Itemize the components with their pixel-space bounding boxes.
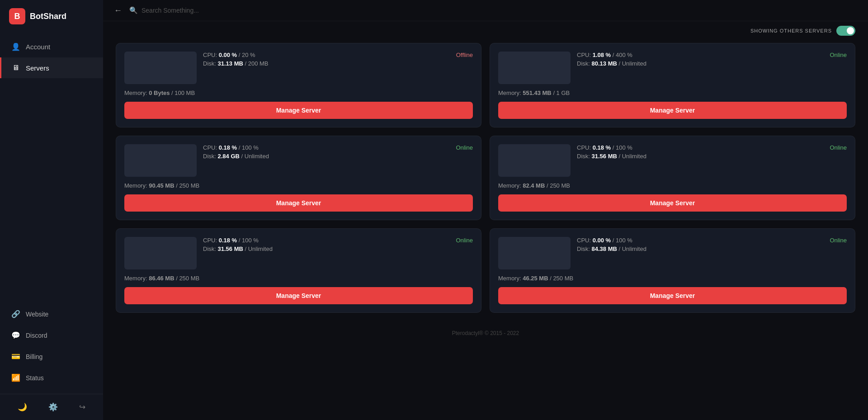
theme-icon[interactable]: 🌙	[15, 400, 30, 415]
website-icon: 🔗	[11, 310, 20, 318]
sidebar-item-website[interactable]: 🔗 Website	[0, 303, 103, 325]
memory-label-4: Memory: 82.4 MB / 250 MB	[498, 182, 570, 189]
card-header-6: CPU: 0.00 % / 100 % Disk: 84.38 MB / Unl…	[498, 237, 847, 269]
server-thumbnail-5	[124, 237, 197, 269]
server-thumbnail-2	[498, 52, 571, 84]
server-thumbnail-4	[498, 144, 571, 177]
card-header-4: CPU: 0.18 % / 100 % Disk: 31.56 MB / Unl…	[498, 144, 847, 177]
disk-row-5: Disk: 31.56 MB / Unlimited	[203, 245, 444, 252]
search-bar[interactable]: 🔍 Search Something...	[129, 6, 199, 14]
cpu-label-3: CPU: 0.18 % / 100 %	[203, 144, 259, 151]
showing-others-toggle[interactable]	[836, 26, 855, 36]
disk-label-2: Disk: 80.13 MB / Unlimited	[577, 60, 646, 67]
cpu-label-5: CPU: 0.18 % / 100 %	[203, 237, 259, 244]
card-stats-3: CPU: 0.18 % / 100 % Disk: 2.84 GB / Unli…	[203, 144, 444, 160]
cpu-label-6: CPU: 0.00 % / 100 %	[577, 237, 632, 244]
card-bottom-6: Memory: 46.25 MB / 250 MB	[498, 275, 847, 282]
server-status-5: Online	[450, 237, 473, 244]
sidebar-item-discord[interactable]: 💬 Discord	[0, 325, 103, 346]
logo[interactable]: B BotShard	[0, 0, 103, 33]
server-thumbnail-3	[124, 144, 197, 177]
sidebar-footer: 🌙⚙️↪	[0, 394, 103, 420]
cpu-row-6: CPU: 0.00 % / 100 %	[577, 237, 818, 244]
cpu-label-2: CPU: 1.08 % / 400 %	[577, 52, 632, 58]
cpu-row-2: CPU: 1.08 % / 400 %	[577, 52, 818, 58]
back-button[interactable]: ←	[114, 6, 122, 14]
disk-row-1: Disk: 31.13 MB / 200 MB	[203, 60, 444, 67]
card-header-2: CPU: 1.08 % / 400 % Disk: 80.13 MB / Unl…	[498, 52, 847, 84]
card-bottom-1: Memory: 0 Bytes / 100 MB	[124, 90, 473, 96]
memory-label-6: Memory: 46.25 MB / 250 MB	[498, 275, 573, 282]
card-bottom-5: Memory: 86.46 MB / 250 MB	[124, 275, 473, 282]
memory-label-2: Memory: 551.43 MB / 1 GB	[498, 90, 570, 96]
sidebar-label-billing: Billing	[26, 353, 42, 360]
card-stats-6: CPU: 0.00 % / 100 % Disk: 84.38 MB / Unl…	[577, 237, 818, 252]
server-status-4: Online	[824, 144, 847, 151]
sidebar-label-website: Website	[26, 311, 48, 318]
memory-label-5: Memory: 86.46 MB / 250 MB	[124, 275, 199, 282]
cpu-label-4: CPU: 0.18 % / 100 %	[577, 144, 632, 151]
server-thumbnail-1	[124, 52, 197, 84]
discord-icon: 💬	[11, 331, 20, 340]
server-grid: CPU: 0.00 % / 20 % Disk: 31.13 MB / 200 …	[103, 36, 868, 326]
server-card-3: CPU: 0.18 % / 100 % Disk: 2.84 GB / Unli…	[116, 136, 481, 220]
bottom-nav: 🔗 Website💬 Discord💳 Billing📶 Status	[0, 300, 103, 394]
sidebar-item-servers[interactable]: 🖥 Servers	[0, 57, 103, 78]
card-stats-1: CPU: 0.00 % / 20 % Disk: 31.13 MB / 200 …	[203, 52, 444, 67]
cpu-row-4: CPU: 0.18 % / 100 %	[577, 144, 818, 151]
disk-label-5: Disk: 31.56 MB / Unlimited	[203, 245, 273, 252]
settings-icon[interactable]: ⚙️	[46, 400, 61, 415]
toggle-label: SHOWING OTHERS SERVERS	[750, 28, 832, 33]
logout-icon[interactable]: ↪	[76, 400, 88, 415]
sidebar-label-status: Status	[26, 374, 44, 382]
manage-server-button-2[interactable]: Manage Server	[498, 102, 847, 119]
disk-row-6: Disk: 84.38 MB / Unlimited	[577, 245, 818, 252]
sidebar-label-discord: Discord	[26, 332, 47, 339]
memory-label-1: Memory: 0 Bytes / 100 MB	[124, 90, 195, 96]
disk-label-1: Disk: 31.13 MB / 200 MB	[203, 60, 269, 67]
servers-icon: 🖥	[11, 64, 20, 72]
footer-copyright: Pterodactyl® © 2015 - 2022	[103, 326, 868, 345]
disk-row-2: Disk: 80.13 MB / Unlimited	[577, 60, 818, 67]
toggle-row: SHOWING OTHERS SERVERS	[103, 21, 868, 36]
topbar: ← 🔍 Search Something...	[103, 0, 868, 21]
sidebar-item-status[interactable]: 📶 Status	[0, 367, 103, 388]
disk-label-3: Disk: 2.84 GB / Unlimited	[203, 153, 269, 160]
server-status-6: Online	[824, 237, 847, 244]
card-header-1: CPU: 0.00 % / 20 % Disk: 31.13 MB / 200 …	[124, 52, 473, 84]
sidebar-item-account[interactable]: 👤 Account	[0, 36, 103, 57]
disk-label-6: Disk: 84.38 MB / Unlimited	[577, 245, 646, 252]
card-bottom-4: Memory: 82.4 MB / 250 MB	[498, 182, 847, 189]
disk-row-3: Disk: 2.84 GB / Unlimited	[203, 153, 444, 160]
server-card-5: CPU: 0.18 % / 100 % Disk: 31.56 MB / Unl…	[116, 228, 481, 313]
card-bottom-2: Memory: 551.43 MB / 1 GB	[498, 90, 847, 96]
server-card-2: CPU: 1.08 % / 400 % Disk: 80.13 MB / Unl…	[490, 43, 855, 127]
card-bottom-3: Memory: 90.45 MB / 250 MB	[124, 182, 473, 189]
manage-server-button-5[interactable]: Manage Server	[124, 287, 473, 304]
sidebar-item-billing[interactable]: 💳 Billing	[0, 346, 103, 367]
card-stats-4: CPU: 0.18 % / 100 % Disk: 31.56 MB / Unl…	[577, 144, 818, 160]
manage-server-button-1[interactable]: Manage Server	[124, 102, 473, 119]
billing-icon: 💳	[11, 352, 20, 361]
server-card-1: CPU: 0.00 % / 20 % Disk: 31.13 MB / 200 …	[116, 43, 481, 127]
card-stats-5: CPU: 0.18 % / 100 % Disk: 31.56 MB / Unl…	[203, 237, 444, 252]
server-status-1: Offline	[450, 52, 473, 58]
manage-server-button-3[interactable]: Manage Server	[124, 194, 473, 212]
sidebar-label-servers: Servers	[26, 64, 49, 72]
memory-label-3: Memory: 90.45 MB / 250 MB	[124, 182, 199, 189]
card-header-3: CPU: 0.18 % / 100 % Disk: 2.84 GB / Unli…	[124, 144, 473, 177]
logo-letter: B	[14, 12, 20, 21]
cpu-row-3: CPU: 0.18 % / 100 %	[203, 144, 444, 151]
sidebar: B BotShard 👤 Account🖥 Servers 🔗 Website💬…	[0, 0, 103, 420]
card-header-5: CPU: 0.18 % / 100 % Disk: 31.56 MB / Unl…	[124, 237, 473, 269]
manage-server-button-6[interactable]: Manage Server	[498, 287, 847, 304]
logo-box: B	[9, 8, 25, 24]
cpu-row-1: CPU: 0.00 % / 20 %	[203, 52, 444, 58]
main-content: ← 🔍 Search Something... SHOWING OTHERS S…	[103, 0, 868, 420]
manage-server-button-4[interactable]: Manage Server	[498, 194, 847, 212]
disk-row-4: Disk: 31.56 MB / Unlimited	[577, 153, 818, 160]
brand-name: BotShard	[30, 12, 66, 21]
server-status-2: Online	[824, 52, 847, 58]
card-stats-2: CPU: 1.08 % / 400 % Disk: 80.13 MB / Unl…	[577, 52, 818, 67]
cpu-label-1: CPU: 0.00 % / 20 %	[203, 52, 255, 58]
